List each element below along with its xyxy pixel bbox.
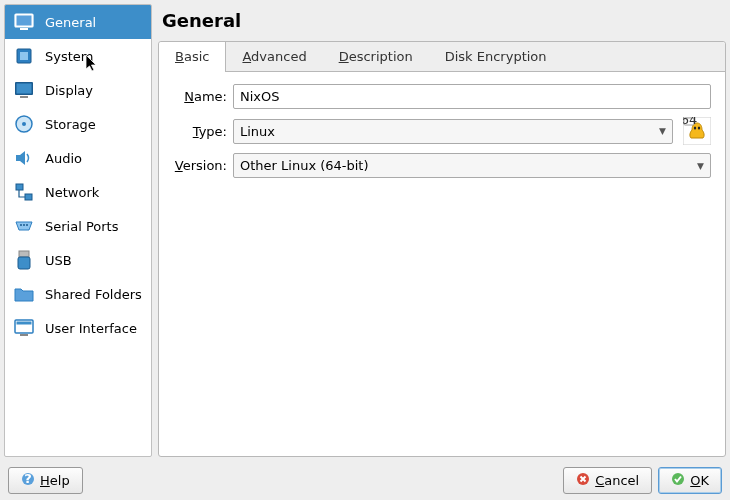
chevron-down-icon: ▼ [697, 161, 704, 171]
svg-text:64: 64 [683, 117, 697, 127]
tab-description[interactable]: Description [323, 42, 429, 71]
tab-disk-encryption[interactable]: Disk Encryption [429, 42, 563, 71]
sidebar-item-serial-ports[interactable]: Serial Ports [5, 209, 151, 243]
svg-point-12 [20, 224, 22, 226]
os-linux-icon: 64 [683, 117, 711, 145]
type-combobox[interactable]: Linux ▼ [233, 119, 673, 144]
dialog-footer: ? Help Cancel OK [0, 461, 730, 500]
svg-rect-6 [17, 84, 32, 94]
tab-content-basic: Name: Type: Linux ▼ 64 Version: [159, 72, 725, 456]
sidebar-item-user-interface[interactable]: User Interface [5, 311, 151, 345]
sidebar-item-label: General [45, 15, 96, 30]
svg-rect-16 [18, 257, 30, 269]
version-combobox[interactable]: Other Linux (64-bit) ▼ [233, 153, 711, 178]
help-icon: ? [21, 472, 35, 489]
serial-port-icon [13, 215, 35, 237]
type-value: Linux [240, 124, 275, 139]
sidebar-item-label: USB [45, 253, 72, 268]
page-title: General [158, 4, 726, 41]
sidebar-item-label: Shared Folders [45, 287, 142, 302]
usb-icon [13, 249, 35, 271]
chevron-down-icon: ▼ [659, 126, 666, 136]
help-button[interactable]: ? Help [8, 467, 83, 494]
sidebar-item-shared-folders[interactable]: Shared Folders [5, 277, 151, 311]
svg-point-14 [26, 224, 28, 226]
svg-rect-7 [20, 96, 28, 98]
sidebar-item-storage[interactable]: Storage [5, 107, 151, 141]
sidebar-item-label: Serial Ports [45, 219, 118, 234]
sidebar-item-label: User Interface [45, 321, 137, 336]
svg-rect-10 [16, 184, 23, 190]
sidebar-item-label: Storage [45, 117, 96, 132]
ui-icon [13, 317, 35, 339]
sidebar-item-usb[interactable]: USB [5, 243, 151, 277]
version-value: Other Linux (64-bit) [240, 158, 369, 173]
svg-rect-15 [19, 251, 29, 257]
display-icon [13, 79, 35, 101]
tab-basic[interactable]: Basic [159, 42, 226, 72]
network-icon [13, 181, 35, 203]
svg-point-13 [23, 224, 25, 226]
ok-icon [671, 472, 685, 489]
svg-point-22 [698, 127, 700, 130]
chip-icon [13, 45, 35, 67]
monitor-icon [13, 11, 35, 33]
svg-rect-1 [17, 16, 32, 26]
svg-rect-2 [20, 28, 28, 30]
svg-text:?: ? [24, 472, 32, 486]
type-label: Type: [173, 124, 227, 139]
tab-bar: Basic Advanced Description Disk Encrypti… [159, 42, 725, 72]
cancel-button[interactable]: Cancel [563, 467, 652, 494]
svg-rect-4 [20, 52, 28, 60]
sidebar-item-general[interactable]: General [5, 5, 151, 39]
svg-point-9 [22, 122, 26, 126]
speaker-icon [13, 147, 35, 169]
svg-rect-19 [20, 334, 28, 336]
disk-icon [13, 113, 35, 135]
tab-container: Basic Advanced Description Disk Encrypti… [158, 41, 726, 457]
sidebar-item-label: System [45, 49, 93, 64]
svg-rect-11 [25, 194, 32, 200]
settings-sidebar: General System Display Storage Audio [4, 4, 152, 457]
sidebar-item-network[interactable]: Network [5, 175, 151, 209]
svg-rect-18 [17, 322, 32, 325]
tab-advanced[interactable]: Advanced [226, 42, 322, 71]
sidebar-item-label: Audio [45, 151, 82, 166]
cancel-icon [576, 472, 590, 489]
sidebar-item-display[interactable]: Display [5, 73, 151, 107]
folder-icon [13, 283, 35, 305]
name-label: Name: [173, 89, 227, 104]
version-label: Version: [173, 158, 227, 173]
sidebar-item-label: Network [45, 185, 99, 200]
name-input[interactable] [233, 84, 711, 109]
svg-point-21 [694, 127, 696, 130]
sidebar-item-system[interactable]: System [5, 39, 151, 73]
sidebar-item-audio[interactable]: Audio [5, 141, 151, 175]
sidebar-item-label: Display [45, 83, 93, 98]
ok-button[interactable]: OK [658, 467, 722, 494]
